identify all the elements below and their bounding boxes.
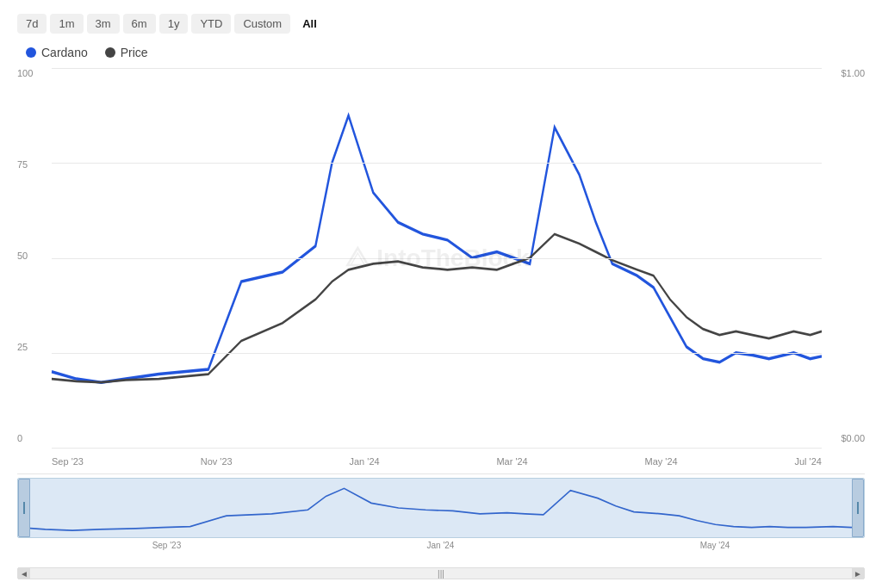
mini-handle-right[interactable] xyxy=(852,479,864,537)
legend-cardano: Cardano xyxy=(26,46,88,59)
mini-line xyxy=(18,488,864,530)
time-btn-all[interactable]: All xyxy=(294,14,326,34)
legend-price: Price xyxy=(105,46,148,59)
main-chart: 100 75 50 25 0 $1.00 $0.00 xyxy=(17,68,865,474)
scrollbar-thumb[interactable]: ||| xyxy=(438,569,444,579)
x-label-sep23: Sep '23 xyxy=(52,456,84,467)
scrollbar[interactable]: ◄ ||| ► xyxy=(17,567,865,579)
scrollbar-right-arrow[interactable]: ► xyxy=(852,567,864,579)
handle-lines-right xyxy=(857,502,859,514)
x-axis: Sep '23 Nov '23 Jan '24 Mar '24 May '24 … xyxy=(52,449,822,473)
grid-line-5 xyxy=(52,448,822,449)
legend: Cardano Price xyxy=(17,46,865,59)
x-label-jul24: Jul '24 xyxy=(795,456,822,467)
time-btn-1m[interactable]: 1m xyxy=(50,14,83,34)
chart-area: 100 75 50 25 0 $1.00 $0.00 xyxy=(17,68,865,579)
mini-chart-inner xyxy=(17,478,865,538)
y-label-25: 25 xyxy=(17,342,52,352)
time-btn-6m[interactable]: 6m xyxy=(123,14,156,34)
mini-x-jan24: Jan '24 xyxy=(426,541,454,550)
cardano-dot xyxy=(26,47,36,58)
mini-chart-svg xyxy=(18,479,864,537)
x-label-mar24: Mar '24 xyxy=(496,456,527,467)
grid-line-2 xyxy=(52,163,822,164)
chart-inner: IntoTheBlock xyxy=(52,68,822,448)
x-label-may24: May '24 xyxy=(645,456,678,467)
time-filter-bar: 7d1m3m6m1yYTDCustomAll xyxy=(17,14,865,34)
grid-line-1 xyxy=(52,68,822,69)
y-axis-right: $1.00 $0.00 xyxy=(822,68,865,448)
y-label-75: 75 xyxy=(17,159,52,170)
x-label-nov23: Nov '23 xyxy=(201,456,233,467)
grid-line-3 xyxy=(52,258,822,259)
mini-handle-left[interactable] xyxy=(18,479,30,537)
handle-lines-left xyxy=(23,502,25,514)
y-axis-left: 100 75 50 25 0 xyxy=(17,68,52,448)
price-dot xyxy=(105,47,115,58)
mini-x-axis: Sep '23 Jan '24 May '24 xyxy=(17,538,865,550)
y-label-50: 50 xyxy=(17,251,52,261)
grid-line-4 xyxy=(52,353,822,354)
y-label-right-5: $0.00 xyxy=(841,433,865,443)
main-container: 7d1m3m6m1yYTDCustomAll Cardano Price 100… xyxy=(0,0,882,588)
y-label-100: 100 xyxy=(17,68,52,78)
mini-x-sep23: Sep '23 xyxy=(152,541,182,550)
time-btn-1y[interactable]: 1y xyxy=(159,14,189,34)
price-label: Price xyxy=(121,46,148,59)
time-btn-custom[interactable]: Custom xyxy=(234,14,290,34)
scrollbar-left-arrow[interactable]: ◄ xyxy=(18,567,30,579)
time-btn-ytd[interactable]: YTD xyxy=(191,14,231,34)
mini-chart-container: Sep '23 Jan '24 May '24 xyxy=(17,478,865,564)
time-btn-7d[interactable]: 7d xyxy=(17,14,47,34)
mini-x-may24: May '24 xyxy=(700,541,730,550)
x-label-jan24: Jan '24 xyxy=(349,456,379,467)
scrollbar-track[interactable]: ||| xyxy=(30,568,852,579)
grid-lines xyxy=(52,68,822,448)
y-label-right-1: $1.00 xyxy=(841,68,865,78)
y-label-0: 0 xyxy=(17,433,52,443)
time-btn-3m[interactable]: 3m xyxy=(87,14,120,34)
cardano-label: Cardano xyxy=(41,46,88,59)
